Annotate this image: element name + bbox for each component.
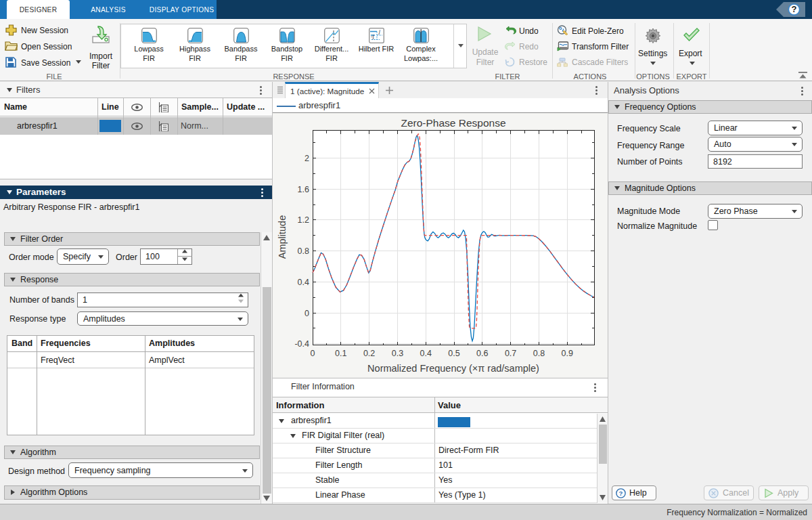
svg-text:0: 0 xyxy=(304,309,309,318)
svg-text:1.6: 1.6 xyxy=(298,185,309,194)
svg-text:0.9: 0.9 xyxy=(562,349,573,358)
svg-text:0: 0 xyxy=(311,349,315,358)
svg-text:Zero-Phase Response: Zero-Phase Response xyxy=(401,117,505,129)
svg-text:0.2: 0.2 xyxy=(363,349,375,358)
svg-text:0.3: 0.3 xyxy=(392,349,403,358)
svg-text:0.5: 0.5 xyxy=(448,349,459,358)
svg-text:0.4: 0.4 xyxy=(420,349,432,358)
svg-text:2: 2 xyxy=(304,154,309,163)
svg-text:j: j xyxy=(378,28,380,35)
svg-text:0.6: 0.6 xyxy=(476,349,488,358)
svg-text:0.8: 0.8 xyxy=(298,246,309,256)
svg-text:?: ? xyxy=(792,4,797,14)
svg-text:0.7: 0.7 xyxy=(505,349,516,358)
svg-text:-0.4: -0.4 xyxy=(294,339,309,349)
svg-text:Normalized Frequency (×π rad/s: Normalized Frequency (×π rad/sample) xyxy=(367,363,539,374)
svg-text:0.4: 0.4 xyxy=(298,278,309,287)
svg-text:1.2: 1.2 xyxy=(298,215,309,225)
svg-text:Amplitude: Amplitude xyxy=(277,215,288,259)
svg-text:?: ? xyxy=(619,490,623,497)
svg-text:0.1: 0.1 xyxy=(335,349,346,358)
svg-text:0.8: 0.8 xyxy=(533,349,545,358)
svg-text:-j: -j xyxy=(371,33,374,39)
